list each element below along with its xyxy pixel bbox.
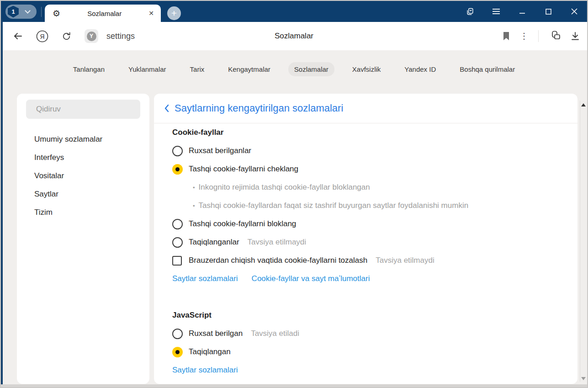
page-scrollbar[interactable] [580, 101, 586, 382]
radio-unselected-icon[interactable] [172, 146, 183, 156]
svg-text:Я: Я [40, 33, 44, 40]
toolbar: Я Y settings Sozlamalar ⋮ [1, 22, 587, 50]
link-saytlar-sozlamalari[interactable]: Saytlar sozlamalari [172, 274, 238, 283]
toolbar-separator [538, 30, 539, 42]
titlebar-separator [41, 7, 42, 17]
site-badge[interactable]: Y [85, 29, 98, 43]
radio-option-tashqi-cheklang[interactable]: Tashqi cookie-fayllarni cheklang [154, 160, 577, 178]
radio-option-taqiqlanganlar[interactable]: Taqiqlanganlar Tavsiya etilmaydi [154, 233, 577, 251]
window-bottom-edge [1, 384, 587, 387]
window-left-edge [1, 19, 3, 384]
javascript-heading: JavaScript [154, 306, 577, 324]
nav-tab-kengaytmalar[interactable]: Kengaytmalar [222, 62, 276, 76]
tab-close-icon[interactable]: ✕ [148, 10, 154, 17]
menu-hamburger-icon[interactable] [492, 7, 501, 16]
radio-unselected-icon[interactable] [172, 237, 183, 248]
cookie-detail-2: Tashqi cookie-fayllardan faqat siz tashr… [154, 197, 577, 215]
recommendation-note: Tavsiya etilmaydi [376, 256, 434, 265]
browser-tab-sozlamalar[interactable]: ⚙ Sozlamalar ✕ [45, 5, 161, 22]
chevron-down-icon [25, 8, 31, 14]
plus-icon: + [171, 8, 177, 18]
nav-tab-tanlangan[interactable]: Tanlangan [67, 62, 111, 76]
downloads-icon[interactable] [571, 32, 580, 41]
radio-unselected-icon[interactable] [172, 219, 183, 229]
link-cookie-sayt-malumotlari[interactable]: Cookie-fayllar va sayt maʼlumotlari [252, 274, 370, 283]
settings-favicon-icon: Y [87, 32, 96, 41]
sidebar-item-interfeys[interactable]: Interfeys [17, 149, 149, 167]
tab-counter-button[interactable]: 1 [5, 5, 37, 19]
checkbox-clear-cookies-on-exit[interactable]: Brauzerdan chiqish vaqtida cookie-faylla… [154, 251, 577, 270]
radio-option-ruxsat-berilganlar[interactable]: Ruxsat berilganlar [154, 142, 577, 160]
title-bar: 1 ⚙ Sozlamalar ✕ + [1, 1, 587, 22]
nav-tab-sozlamalar[interactable]: Sozlamalar [288, 62, 334, 76]
back-button[interactable] [12, 31, 23, 42]
radio-option-js-ruxsat-berilgan[interactable]: Ruxsat berilgan Tavsiya etiladi [154, 324, 577, 343]
sidebar-item-vositalar[interactable]: Vositalar [17, 167, 149, 185]
checkbox-unchecked-icon[interactable] [172, 256, 182, 266]
window-minimize-button[interactable] [518, 7, 527, 16]
address-text[interactable]: settings [106, 32, 135, 41]
scroll-up-arrow-icon[interactable] [581, 103, 586, 106]
radio-option-tashqi-bloklang[interactable]: Tashqi cookie-fayllarni bloklang [154, 215, 577, 233]
window-maximize-button[interactable] [544, 7, 553, 16]
sidebar-item-tizim[interactable]: Tizim [17, 203, 149, 222]
cookie-detail-1: Inkognito rejimida tashqi cookie-fayllar… [154, 178, 577, 197]
sidebar-item-umumiy-sozlamalar[interactable]: Umumiy sozlamalar [17, 130, 149, 149]
radio-selected-icon[interactable] [172, 164, 183, 175]
nav-tab-boshqa-qurilmalar[interactable]: Boshqa qurilmalar [454, 62, 521, 76]
settings-nav: Tanlangan Yuklanmalar Tarix Kengaytmalar… [1, 62, 587, 76]
nav-tab-yuklanmalar[interactable]: Yuklanmalar [122, 62, 172, 76]
settings-page: Tanlangan Yuklanmalar Tarix Kengaytmalar… [1, 50, 587, 384]
tab-groups-icon[interactable] [466, 7, 475, 16]
bookmark-icon[interactable] [503, 32, 510, 41]
radio-unselected-icon[interactable] [172, 329, 183, 339]
collections-icon[interactable] [549, 31, 561, 42]
cookies-heading: Cookie-fayllar [154, 123, 577, 142]
nav-tab-xavfsizlik[interactable]: Xavfsizlik [346, 62, 387, 76]
recommendation-note: Tavsiya etiladi [251, 329, 299, 338]
section-back-title[interactable]: Saytlarning kengaytirilgan sozlamalari [175, 102, 343, 114]
browser-window: 1 ⚙ Sozlamalar ✕ + [0, 0, 588, 388]
chevron-left-icon [164, 104, 170, 112]
settings-sidebar: Umumiy sozlamalar Interfeys Vositalar Sa… [17, 94, 149, 384]
nav-tab-tarix[interactable]: Tarix [184, 62, 211, 76]
yandex-logo-icon[interactable]: Я [36, 30, 48, 43]
new-tab-button[interactable]: + [167, 6, 181, 20]
more-options-icon[interactable]: ⋮ [520, 32, 528, 40]
window-close-button[interactable] [570, 7, 579, 16]
gear-icon: ⚙ [53, 9, 60, 18]
sidebar-item-saytlar[interactable]: Saytlar [17, 185, 149, 203]
nav-tab-yandex-id[interactable]: Yandex ID [398, 62, 442, 76]
tab-counter-shield-icon: 1 [7, 6, 19, 18]
section-gap [154, 288, 577, 306]
back-header[interactable]: Saytlarning kengaytirilgan sozlamalari [154, 94, 577, 123]
refresh-button[interactable] [61, 31, 72, 42]
radio-option-js-taqiqlangan[interactable]: Taqiqlangan [154, 343, 577, 361]
recommendation-note: Tavsiya etilmaydi [248, 238, 307, 247]
settings-content-panel: Saytlarning kengaytirilgan sozlamalari C… [154, 94, 577, 384]
scroll-down-arrow-icon[interactable] [581, 377, 586, 380]
tab-title: Sozlamalar [60, 10, 148, 17]
search-input[interactable] [26, 100, 140, 119]
tab-counter-value: 1 [11, 8, 15, 15]
radio-selected-icon[interactable] [172, 347, 183, 357]
link-js-saytlar-sozlamalari[interactable]: Saytlar sozlamalari [172, 366, 238, 375]
